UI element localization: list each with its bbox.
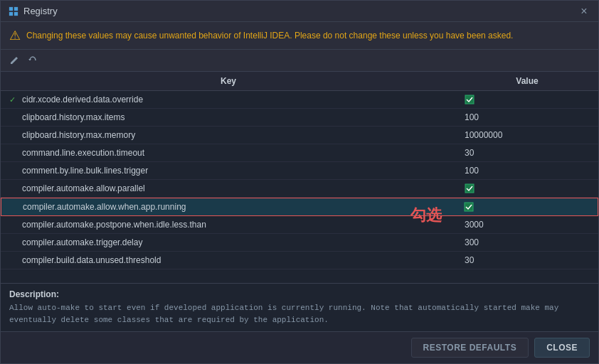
value-header: Value	[456, 72, 598, 90]
close-button[interactable]: CLOSE	[534, 338, 590, 358]
svg-rect-4	[465, 95, 474, 104]
row-value: 10000000	[456, 127, 598, 144]
value-text: 100	[465, 166, 479, 176]
registry-icon	[8, 6, 19, 17]
edit-button[interactable]	[6, 53, 22, 68]
description-text: Allow auto-make to start even if develop…	[9, 302, 590, 326]
table-row[interactable]: clipboard.history.max.items100	[1, 109, 598, 127]
row-key: clipboard.history.max.items	[1, 109, 456, 126]
row-key: compiler.automake.allow.parallel	[1, 180, 456, 197]
svg-rect-0	[9, 6, 13, 10]
svg-rect-2	[9, 11, 13, 15]
value-text: 300	[465, 237, 479, 247]
table-row[interactable]: command.line.execution.timeout30	[1, 144, 598, 162]
checkbox-checked-icon[interactable]	[465, 183, 475, 193]
close-icon[interactable]: ×	[577, 4, 591, 18]
table-row[interactable]: clipboard.history.max.memory10000000	[1, 127, 598, 144]
table-row[interactable]: compiler.automake.allow.when.app.running	[1, 198, 598, 216]
key-text: comment.by.line.bulk.lines.trigger	[22, 166, 148, 176]
row-key: comment.by.line.bulk.lines.trigger	[1, 162, 456, 179]
toolbar	[1, 50, 598, 72]
table-row[interactable]: ✓cidr.xcode.derived.data.override	[1, 91, 598, 109]
key-text: clipboard.history.max.memory	[22, 130, 135, 140]
warning-icon: ⚠	[9, 28, 21, 43]
description-label: Description:	[9, 289, 590, 299]
description-section: Description: Allow auto-make to start ev…	[1, 283, 598, 331]
row-key: compiler.automake.postpone.when.idle.les…	[1, 216, 456, 233]
table-row[interactable]: compiler.automake.trigger.delay300	[1, 234, 598, 252]
row-value: 100	[456, 109, 598, 126]
key-text: command.line.execution.timeout	[22, 148, 144, 158]
row-value: 100	[456, 162, 598, 179]
key-text: clipboard.history.max.items	[22, 112, 125, 122]
row-key: compiler.automake.trigger.delay	[1, 234, 456, 251]
row-value	[456, 91, 598, 108]
value-text: 10000000	[465, 130, 502, 140]
row-key: clipboard.history.max.memory	[1, 127, 456, 144]
restore-defaults-button[interactable]: RESTORE DEFAULTS	[411, 338, 529, 358]
warning-bar: ⚠ Changing these values may cause unwant…	[1, 22, 598, 50]
key-text: compiler.automake.postpone.when.idle.les…	[22, 220, 206, 230]
undo-button[interactable]	[25, 53, 41, 68]
registry-dialog: Registry × ⚠ Changing these values may c…	[0, 0, 599, 364]
row-key: compiler.build.data.unused.threshold	[1, 252, 456, 269]
row-value: 30	[456, 144, 598, 161]
registry-table: Key Value ✓cidr.xcode.derived.data.overr…	[1, 72, 598, 283]
row-value	[455, 198, 598, 215]
row-value: 300	[456, 234, 598, 251]
dialog-title: Registry	[23, 6, 577, 16]
warning-text: Changing these values may cause unwanted…	[26, 31, 513, 41]
svg-rect-5	[465, 184, 474, 193]
value-text: 100	[465, 112, 479, 122]
table-body[interactable]: ✓cidr.xcode.derived.data.override clipbo…	[1, 91, 598, 283]
table-row[interactable]: compiler.automake.postpone.when.idle.les…	[1, 216, 598, 234]
value-text: 30	[465, 255, 474, 265]
title-bar: Registry ×	[1, 1, 598, 22]
key-text: compiler.build.data.unused.threshold	[22, 255, 161, 265]
table-header: Key Value	[1, 72, 598, 91]
svg-rect-6	[465, 203, 473, 211]
row-key: ✓cidr.xcode.derived.data.override	[1, 91, 456, 108]
table-row[interactable]: compiler.build.data.unused.threshold30	[1, 252, 598, 269]
key-text: compiler.automake.allow.when.app.running	[23, 202, 186, 212]
key-text: compiler.automake.trigger.delay	[22, 237, 142, 247]
checkbox-checked-icon[interactable]	[465, 95, 475, 105]
value-text: 30	[465, 148, 474, 158]
row-checkmark: ✓	[9, 95, 18, 105]
value-text: 3000	[465, 220, 484, 230]
row-key: command.line.execution.timeout	[1, 144, 456, 161]
button-bar: RESTORE DEFAULTS CLOSE	[1, 331, 598, 363]
row-key: compiler.automake.allow.when.app.running	[1, 198, 455, 215]
key-text: cidr.xcode.derived.data.override	[22, 95, 143, 105]
table-row[interactable]: comment.by.line.bulk.lines.trigger100	[1, 162, 598, 180]
key-header: Key	[1, 72, 456, 90]
table-row[interactable]: compiler.automake.allow.parallel	[1, 180, 598, 198]
svg-rect-1	[14, 6, 18, 10]
svg-rect-3	[14, 11, 18, 15]
row-value: 3000	[456, 216, 598, 233]
row-value: 30	[456, 252, 598, 269]
key-text: compiler.automake.allow.parallel	[22, 183, 145, 193]
checkbox-checked-icon[interactable]	[464, 202, 474, 212]
row-value	[456, 180, 598, 197]
